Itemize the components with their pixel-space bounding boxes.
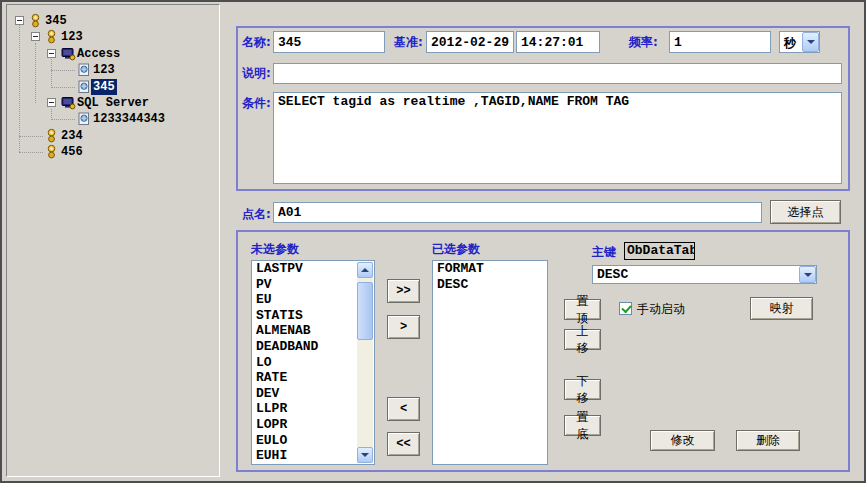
description-label: 说明:: [242, 66, 271, 80]
list-item[interactable]: DESC: [433, 277, 547, 293]
move-right-button[interactable]: >: [387, 315, 420, 339]
name-input[interactable]: [273, 31, 385, 53]
database-icon: [61, 95, 75, 110]
tree-connector: [51, 70, 75, 71]
field-select-value: DESC: [597, 267, 628, 282]
tree-item-label[interactable]: Access: [75, 46, 122, 62]
frequency-unit-value: 秒: [784, 35, 796, 52]
tree-panel: 345123Access123345SQL Server123334434323…: [6, 4, 220, 477]
key-icon: [29, 13, 43, 28]
scroll-up-icon[interactable]: [357, 262, 373, 278]
database-icon: [61, 46, 75, 61]
unselected-params-label: 未选参数: [251, 242, 299, 256]
select-point-button[interactable]: 选择点: [770, 200, 841, 224]
expand-collapse-icon[interactable]: [47, 49, 56, 58]
tree-connector: [19, 152, 43, 153]
field-select[interactable]: DESC: [592, 265, 817, 284]
name-label: 名称:: [242, 35, 271, 49]
list-item[interactable]: ALMENAB: [252, 323, 357, 339]
move-left-button[interactable]: <: [387, 397, 420, 421]
tree-item-sql-server[interactable]: SQL Server: [7, 95, 219, 111]
chevron-down-icon[interactable]: [799, 266, 816, 283]
page-icon: [77, 79, 91, 94]
page-icon: [77, 111, 91, 126]
move-bottom-button[interactable]: 置底: [564, 415, 601, 436]
delete-button[interactable]: 删除: [736, 430, 800, 451]
list-item[interactable]: EUHI: [252, 448, 357, 464]
list-item[interactable]: DEADBAND: [252, 339, 357, 355]
tree-item-label[interactable]: 123: [91, 62, 117, 78]
base-label: 基准:: [394, 35, 423, 49]
move-top-button[interactable]: 置顶: [564, 299, 601, 320]
frequency-unit-select[interactable]: 秒: [779, 31, 820, 53]
chevron-down-icon[interactable]: [802, 32, 819, 52]
tree-item-1233344343[interactable]: 1233344343: [7, 111, 219, 127]
tree-item-123[interactable]: 123: [7, 62, 219, 78]
list-item[interactable]: LLPR: [252, 401, 357, 417]
tree-connector: [51, 87, 75, 88]
list-item[interactable]: RATE: [252, 370, 357, 386]
primary-key-label: 主键: [592, 245, 616, 259]
expand-collapse-icon[interactable]: [31, 32, 40, 41]
tree-item-label[interactable]: 1233344343: [91, 111, 167, 127]
tree-item-label[interactable]: 123: [59, 29, 85, 45]
tree-item-123[interactable]: 123: [7, 29, 219, 45]
tree-item-234[interactable]: 234: [7, 128, 219, 144]
primary-key-value: ObDataTab: [624, 242, 695, 260]
map-button[interactable]: 映射: [750, 297, 813, 320]
tree-item-456[interactable]: 456: [7, 144, 219, 160]
expand-collapse-icon[interactable]: [47, 98, 56, 107]
list-item[interactable]: PV: [252, 277, 357, 293]
scrollbar-thumb[interactable]: [357, 282, 373, 340]
list-item[interactable]: LOPR: [252, 417, 357, 433]
app-window: 345123Access123345SQL Server123334434323…: [0, 0, 866, 483]
list-item[interactable]: EU: [252, 292, 357, 308]
key-icon: [45, 128, 59, 143]
move-all-right-button[interactable]: >>: [387, 279, 420, 303]
tree-item-label[interactable]: 234: [59, 128, 85, 144]
move-up-button[interactable]: 上移: [564, 329, 601, 350]
list-item[interactable]: LASTPV: [252, 261, 357, 277]
tree-item-label[interactable]: 456: [59, 144, 85, 160]
tree-item-345[interactable]: 345: [7, 79, 219, 95]
point-name-label: 点名:: [242, 207, 271, 221]
key-icon: [45, 144, 59, 159]
tree-item-label[interactable]: 345: [43, 13, 69, 29]
move-all-left-button[interactable]: <<: [387, 432, 420, 456]
selected-params-label: 已选参数: [432, 242, 480, 256]
unselected-params-list[interactable]: LASTPVPVEUSTATISALMENABDEADBANDLORATEDEV…: [251, 260, 375, 465]
tree-connector: [51, 119, 75, 120]
selected-params-list[interactable]: FORMATDESC: [432, 260, 548, 465]
list-item[interactable]: EULO: [252, 433, 357, 449]
tree-item-label[interactable]: 345: [91, 79, 117, 95]
base-date-input[interactable]: [426, 31, 514, 53]
tree-item-label[interactable]: SQL Server: [75, 95, 151, 111]
tree-item-access[interactable]: Access: [7, 46, 219, 62]
list-item[interactable]: LO: [252, 355, 357, 371]
modify-button[interactable]: 修改: [650, 430, 715, 451]
list-item[interactable]: DEV: [252, 386, 357, 402]
move-down-button[interactable]: 下移: [564, 379, 601, 400]
frequency-label: 频率:: [629, 35, 658, 49]
condition-textarea[interactable]: SELECT tagid as realtime ,TAGID,NAME FRO…: [273, 92, 842, 184]
key-icon: [45, 29, 59, 44]
condition-label: 条件:: [242, 96, 271, 110]
manual-start-label: 手动启动: [637, 302, 685, 316]
manual-start-checkbox[interactable]: [619, 302, 632, 315]
tree-item-345[interactable]: 345: [7, 13, 219, 29]
frequency-input[interactable]: [669, 31, 771, 53]
list-item[interactable]: FORMAT: [433, 261, 547, 277]
point-name-input[interactable]: [273, 202, 762, 223]
scroll-down-icon[interactable]: [357, 447, 373, 463]
list-item[interactable]: STATIS: [252, 308, 357, 324]
unselected-list-scrollbar[interactable]: [357, 262, 373, 463]
tree-connector: [19, 136, 43, 137]
description-input[interactable]: [273, 63, 842, 84]
expand-collapse-icon[interactable]: [15, 16, 24, 25]
base-time-input[interactable]: [516, 31, 600, 53]
page-icon: [77, 62, 91, 77]
